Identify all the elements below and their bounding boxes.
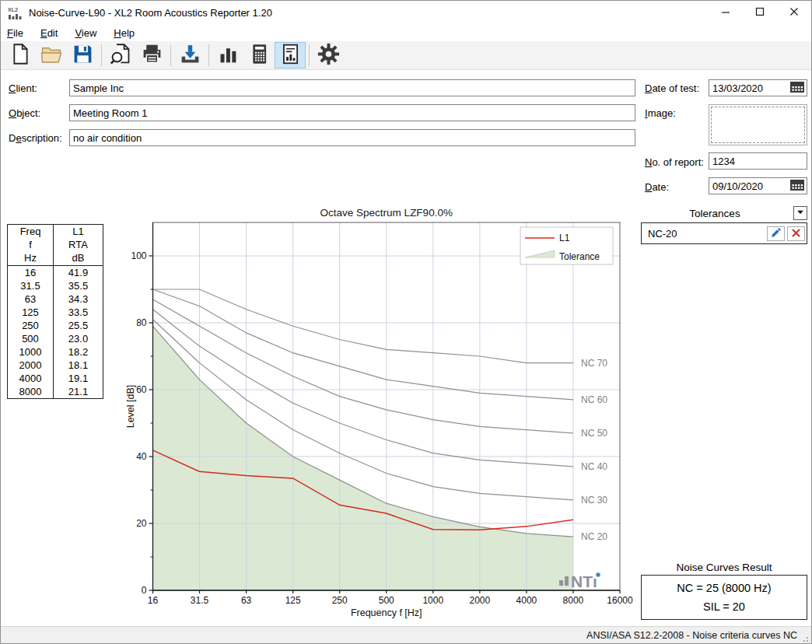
image-dropzone[interactable] xyxy=(709,104,807,145)
table-header: L1RTAdB xyxy=(54,225,103,266)
level-cell: 19.1 xyxy=(54,372,103,385)
x-tick-label: 8000 xyxy=(563,595,584,606)
menu-help[interactable]: Help xyxy=(114,26,142,40)
minimize-button[interactable] xyxy=(709,1,743,24)
new-document-button[interactable] xyxy=(5,42,36,68)
freq-cell: 250 xyxy=(8,319,54,332)
level-cell: 18.2 xyxy=(54,345,103,359)
report-chart-icon xyxy=(279,43,302,68)
freq-level-table: FreqfHzL1RTAdB1641.931.535.56334.312533.… xyxy=(7,224,103,399)
nc-curve-label: NC 20 xyxy=(581,531,607,542)
y-axis-title: Level [dB] xyxy=(125,385,136,429)
nc-curve-label: NC 70 xyxy=(581,358,607,369)
maximize-icon xyxy=(754,6,765,19)
toolbar-separator xyxy=(170,44,171,66)
x-tick-label: 63 xyxy=(241,595,252,606)
x-tick-label: 1000 xyxy=(422,595,443,606)
x-tick-label: 4000 xyxy=(516,595,537,606)
freq-cell: 125 xyxy=(8,306,54,319)
edit-tolerance-button[interactable] xyxy=(767,226,785,241)
print-preview-button[interactable] xyxy=(105,42,136,68)
window-controls xyxy=(709,1,811,24)
level-cell: 23.0 xyxy=(54,332,103,345)
date-of-test-field xyxy=(709,79,807,96)
import-button[interactable] xyxy=(174,42,205,68)
bar-chart-button[interactable] xyxy=(212,42,243,68)
tolerances-dropdown-button[interactable] xyxy=(793,206,807,220)
object-input[interactable] xyxy=(69,104,635,121)
nc-curve-label: NC 30 xyxy=(581,495,607,506)
calculator-button[interactable] xyxy=(243,42,275,68)
report-chart-button[interactable] xyxy=(275,42,306,68)
freq-cell: 4000 xyxy=(8,372,54,385)
new-document-icon xyxy=(9,43,32,68)
close-icon xyxy=(789,6,800,19)
date-of-test-calendar-button[interactable] xyxy=(789,81,806,94)
x-tick-label: 16 xyxy=(148,595,159,606)
y-tick-label: 40 xyxy=(136,451,147,462)
description-input[interactable] xyxy=(69,129,635,146)
delete-tolerance-button[interactable] xyxy=(787,226,805,241)
level-cell: 41.9 xyxy=(54,266,103,280)
legend-label: L1 xyxy=(559,233,570,243)
print-icon xyxy=(141,43,163,68)
svg-text:XL2: XL2 xyxy=(8,7,18,12)
freq-cell: 8000 xyxy=(8,385,54,399)
menu-edit[interactable]: Edit xyxy=(40,26,65,40)
level-cell: 21.1 xyxy=(54,385,103,399)
freq-cell: 1000 xyxy=(8,345,54,359)
menu-file[interactable]: File xyxy=(7,26,31,40)
date-calendar-button[interactable] xyxy=(789,179,806,192)
print-button[interactable] xyxy=(136,42,167,68)
freq-cell: 16 xyxy=(8,266,54,280)
maximize-button[interactable] xyxy=(743,1,777,24)
description-label: Description: xyxy=(9,132,62,144)
date-of-test-label: Date of test: xyxy=(645,82,699,94)
octave-spectrum-chart: NC 70NC 60NC 50NC 40NC 30NC 200204060801… xyxy=(125,206,640,624)
xl2-app-icon: XL2 xyxy=(7,6,24,20)
open-folder-button[interactable] xyxy=(36,42,67,68)
import-icon xyxy=(179,43,201,68)
table-row: 12533.5 xyxy=(8,306,103,319)
x-tick-label: 2000 xyxy=(469,595,490,606)
sil-result: SIL = 20 xyxy=(703,600,745,613)
object-label: Object: xyxy=(9,107,40,119)
calculator-icon xyxy=(248,43,271,68)
chevron-down-icon xyxy=(796,208,805,219)
tolerances-title: Tolerances xyxy=(641,208,789,219)
chart-area: NC 70NC 60NC 50NC 40NC 30NC 200204060801… xyxy=(125,206,640,624)
table-row: 400019.1 xyxy=(8,372,103,385)
menu-bar: FileEditViewHelp xyxy=(1,25,811,41)
y-tick-label: 80 xyxy=(136,317,147,328)
edit-pencil-icon xyxy=(770,227,782,241)
table-row: 50023.0 xyxy=(8,332,103,345)
nc-curve-label: NC 50 xyxy=(581,428,607,439)
client-label: Client: xyxy=(9,82,37,94)
y-tick-label: 20 xyxy=(136,518,147,529)
freq-cell: 31.5 xyxy=(8,279,54,292)
print-preview-icon xyxy=(110,43,132,68)
nti-logo xyxy=(559,580,563,586)
save-button[interactable] xyxy=(67,42,98,68)
menu-view[interactable]: View xyxy=(75,26,104,40)
close-button[interactable] xyxy=(777,1,811,24)
settings-gear-icon xyxy=(317,43,340,68)
date-field xyxy=(709,177,807,194)
x-tick-label: 31.5 xyxy=(191,595,209,606)
x-tick-label: 125 xyxy=(285,595,301,606)
settings-gear-button[interactable] xyxy=(313,42,344,68)
toolbar xyxy=(1,41,811,70)
table-row: 31.535.5 xyxy=(8,279,103,292)
level-cell: 33.5 xyxy=(54,306,103,319)
no-of-report-input[interactable] xyxy=(709,152,807,170)
app-window: XL2 Noise-Curve-L90 - XL2 Room Acoustics… xyxy=(0,0,812,644)
save-icon xyxy=(72,43,94,68)
tolerance-list-item[interactable]: NC-20 xyxy=(641,222,807,244)
nc-result: NC = 25 (8000 Hz) xyxy=(677,582,771,594)
nc-curve-label: NC 40 xyxy=(581,461,607,472)
resize-grip[interactable] xyxy=(800,632,810,642)
client-input[interactable] xyxy=(69,79,635,96)
open-folder-icon xyxy=(40,43,63,68)
date-label: Date: xyxy=(645,181,669,193)
minimize-icon xyxy=(720,6,731,19)
